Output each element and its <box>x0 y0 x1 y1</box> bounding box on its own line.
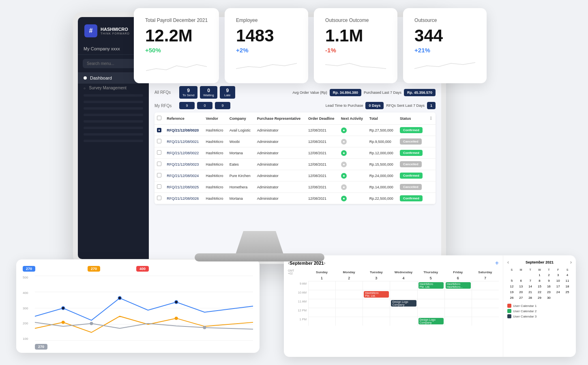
mini-date-14[interactable]: 14 <box>526 284 535 289</box>
row-deadline-2: 12/08/2021 <box>306 147 339 159</box>
row-checkbox-4[interactable] <box>157 173 161 177</box>
my-rfqs-label: My RFQs <box>155 104 177 108</box>
row-total-4: Rp.24,000,000 <box>367 170 397 181</box>
cal-time-1pm: 1 PM <box>288 317 308 326</box>
mini-date-15[interactable]: 15 <box>535 284 544 289</box>
mini-cal-grid: S M T W T F S 1 2 3 4 5 6 7 8 9 <box>507 268 572 300</box>
menu-divider-4 <box>84 114 143 116</box>
kpi-payroll-change: +50% <box>145 47 208 54</box>
row-ref-2: RFQ/21/12/08/0022 <box>164 147 203 159</box>
mini-cal-header: ‹ September 2021 › <box>507 259 572 265</box>
row-checkbox-5[interactable] <box>157 184 161 189</box>
mini-date-4[interactable]: 4 <box>563 272 572 278</box>
row-status-5: Cancelled <box>397 181 427 193</box>
row-total-5: Rp.14,000,000 <box>367 181 397 193</box>
mini-date-25[interactable]: 25 <box>563 289 572 295</box>
mini-date-12[interactable]: 12 <box>507 284 516 289</box>
cal-event-hashmicro-thu[interactable]: HashMicroPte. Ltd. <box>418 282 444 289</box>
row-status-4: Confirmed <box>397 170 427 181</box>
mini-date-16[interactable]: 16 <box>544 284 553 289</box>
my-late-btn[interactable]: 9 <box>215 102 230 109</box>
sidebar-item-survey-management[interactable]: ○ Survey Management <box>78 84 149 92</box>
cal-event-design-logo-thu[interactable]: Design LogoCompany <box>418 318 444 324</box>
row-ref-6: RFQ/21/12/08/0026 <box>164 193 203 204</box>
mini-date-5[interactable]: 5 <box>507 278 516 283</box>
select-all-checkbox[interactable] <box>157 116 161 120</box>
svg-point-5 <box>62 307 65 310</box>
row-actions-1 <box>427 136 436 147</box>
to-send-btn[interactable]: 9 To Send <box>179 86 197 99</box>
mini-date-3[interactable]: 3 <box>554 272 562 278</box>
mini-date-17[interactable]: 17 <box>554 284 562 289</box>
avg-order-item: Avg Order Value (Rp) <box>292 91 327 95</box>
mini-date-2[interactable]: 2 <box>544 272 553 278</box>
menu-divider-3 <box>84 107 143 110</box>
mini-date-1[interactable]: 1 <box>535 272 544 278</box>
row-checkbox-3[interactable] <box>157 162 161 166</box>
legend-user-cal-1: User Calendar 1 <box>507 304 572 308</box>
to-send-value: 9 <box>182 88 194 93</box>
row-checkbox-6[interactable] <box>157 196 161 200</box>
row-activity-6: ● <box>339 193 367 204</box>
mini-date-22[interactable]: 22 <box>535 289 544 295</box>
mini-date-21[interactable]: 21 <box>526 289 535 295</box>
mini-date-11[interactable]: 11 <box>563 278 572 283</box>
cal-cell-mon-9 <box>335 281 363 290</box>
rfqs-sent-label: RFQs Sent Last 7 Days <box>386 104 425 108</box>
late-btn[interactable]: 9 Late <box>220 86 235 99</box>
chart-label-2: 270 <box>88 266 100 272</box>
row-rep-3: Administrator <box>255 159 306 170</box>
row-total-6: Rp.22,500,000 <box>367 193 397 204</box>
my-to-send-btn[interactable]: 9 <box>179 102 195 109</box>
mini-date-7[interactable]: 7 <box>526 278 535 283</box>
mini-date-30[interactable]: 30 <box>544 295 553 300</box>
mini-cal-next[interactable]: › <box>570 259 572 265</box>
cal-cell-thu-11 <box>417 299 444 308</box>
y-300: 300 <box>23 307 35 310</box>
mini-date-23[interactable]: 23 <box>544 289 553 295</box>
cal-event-design-logo[interactable]: Design LogoCompany <box>391 300 416 307</box>
my-waiting-btn[interactable]: 0 <box>197 102 212 109</box>
sidebar-dashboard-label: Dashboard <box>90 76 112 80</box>
row-status-6: Confirmed <box>397 193 427 204</box>
cal-cell-tue-10: HashMicroPte. Ltd. <box>363 290 390 299</box>
row-activity-0: ● <box>339 125 367 136</box>
mini-date-18[interactable]: 18 <box>563 284 572 289</box>
col-company: Company <box>227 112 255 125</box>
mini-date-24[interactable]: 24 <box>554 289 562 295</box>
waiting-btn[interactable]: 0 Waiting <box>200 86 217 99</box>
cal-tuesday-header: Tuesday <box>363 269 390 275</box>
row-checkbox-2[interactable] <box>157 150 161 155</box>
cal-event-hashmicro-tue[interactable]: HashMicroPte. Ltd. <box>364 291 389 298</box>
mini-date-9[interactable]: 9 <box>544 278 553 283</box>
row-checkbox-cell <box>155 147 164 159</box>
mini-date-20[interactable]: 20 <box>517 289 526 295</box>
mini-date-26[interactable]: 26 <box>507 295 516 300</box>
mini-date-10[interactable]: 10 <box>554 278 562 283</box>
row-checkbox-1[interactable] <box>157 139 161 143</box>
kpi-outcome-title: Outsource Outcome <box>325 17 386 24</box>
cal-cell-sun-12 <box>308 308 335 317</box>
mini-date-19[interactable]: 19 <box>507 289 516 295</box>
mini-date-13[interactable]: 13 <box>517 284 526 289</box>
row-ref-1: RFQ/21/12/08/0021 <box>164 136 203 147</box>
add-event-btn[interactable]: + <box>495 259 499 267</box>
status-badge-6: Confirmed <box>400 195 423 201</box>
mini-date-6[interactable]: 6 <box>517 278 526 283</box>
cal-event-hashmicro-fri[interactable]: HashMicroHashMicro... <box>446 282 471 289</box>
late-value: 9 <box>223 88 232 93</box>
mini-date-28[interactable]: 28 <box>526 295 535 300</box>
menu-divider-5 <box>84 120 143 123</box>
mini-hdr-m: M <box>517 268 526 272</box>
cal-sunday-header: Sunday <box>308 269 335 275</box>
my-late-value: 9 <box>221 104 223 108</box>
mini-date-29[interactable]: 29 <box>535 295 544 300</box>
mini-date-27[interactable]: 27 <box>517 295 526 300</box>
table-row: RFQ/21/12/08/0023 HashMicro Eates Admini… <box>155 159 436 170</box>
col-reference: Reference <box>164 112 203 125</box>
cal-next-btn[interactable]: › <box>324 260 325 266</box>
mini-cal-prev[interactable]: ‹ <box>507 259 509 265</box>
x-label-270: 270 <box>35 344 47 350</box>
mini-date-8[interactable]: 8 <box>535 278 544 283</box>
row-checkbox-0[interactable]: ● <box>157 128 161 132</box>
